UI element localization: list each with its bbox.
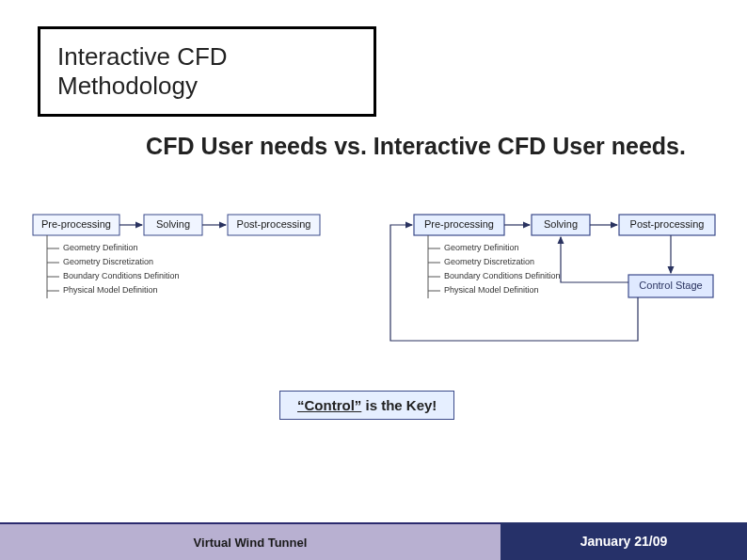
left-sub-2: Boundary Conditions Definition [63, 271, 180, 280]
diagram-left: Pre-processing Solving Post-processing G… [33, 215, 320, 298]
diagram-area: Pre-processing Solving Post-processing G… [28, 209, 724, 350]
page-title: Interactive CFD Methodology [57, 42, 228, 100]
subtitle: CFD User needs vs. Interactive CFD User … [122, 132, 709, 161]
left-stage-pre: Pre-processing [41, 218, 111, 230]
left-sub-3: Physical Model Definition [63, 285, 158, 295]
footer: Virtual Wind Tunnel January 21/09 [0, 522, 747, 560]
right-stage-post: Post-processing [630, 218, 705, 230]
footer-right: January 21/09 [501, 522, 747, 560]
left-stage-solv: Solving [156, 218, 190, 230]
control-stage-label: Control Stage [639, 280, 702, 291]
right-sub-1: Geometry Discretization [444, 257, 534, 266]
right-sub-3: Physical Model Definition [444, 285, 539, 295]
page-title-box: Interactive CFD Methodology [38, 26, 376, 117]
footer-left: Virtual Wind Tunnel [0, 522, 501, 560]
left-stage-post: Post-processing [237, 218, 311, 230]
diagram-right: Pre-processing Solving Post-processing G… [390, 215, 715, 341]
right-sub-0: Geometry Definition [444, 243, 519, 252]
left-sub-0: Geometry Definition [63, 243, 138, 252]
right-stage-pre: Pre-processing [424, 218, 494, 230]
right-stage-solv: Solving [544, 218, 578, 230]
key-rest: is the Key! [361, 397, 437, 413]
feedback-arrow-solving [561, 237, 628, 282]
right-sub-2: Boundary Conditions Definition [444, 271, 561, 280]
key-word: “Control” [297, 397, 361, 413]
key-message-box: “Control” is the Key! [279, 391, 454, 420]
left-sub-1: Geometry Discretization [63, 257, 153, 266]
